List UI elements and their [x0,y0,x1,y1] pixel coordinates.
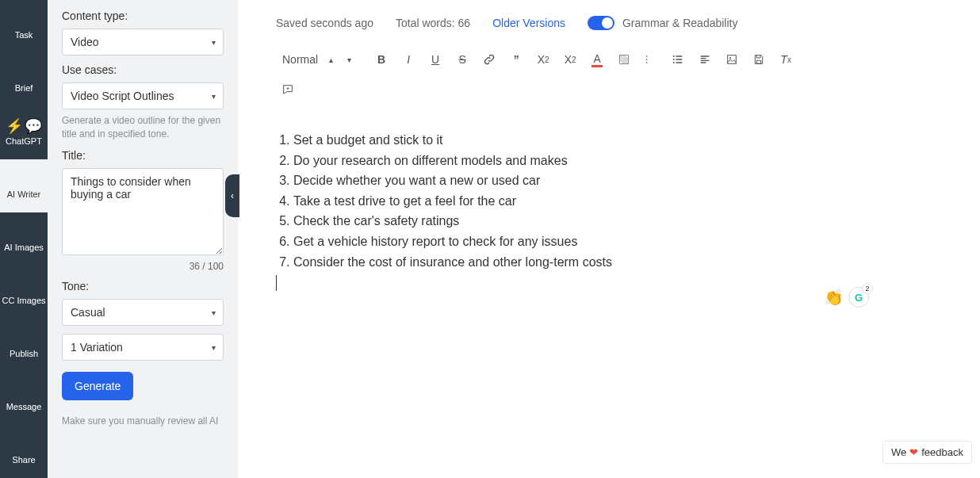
nav-ai-writer[interactable]: AI Writer [0,159,48,212]
title-label: Title: [62,149,224,162]
superscript-button[interactable]: X2 [558,48,582,71]
content-type-select[interactable]: Video [62,29,224,55]
nav-publish[interactable]: Publish [0,319,48,372]
collapse-panel-button[interactable]: ‹ [225,174,239,217]
nav-message[interactable]: Message [0,372,48,425]
underline-button[interactable]: U [423,48,447,71]
svg-point-9 [729,57,731,59]
saved-status: Saved seconds ago [276,17,373,29]
svg-point-7 [673,62,675,63]
nav-label: Task [15,30,33,40]
editor-content[interactable]: Set a budget and stick to it Do your res… [271,130,956,291]
svg-point-6 [673,59,675,60]
title-counter: 36 / 100 [62,261,224,272]
list-item: Do your research on different models and… [293,151,837,171]
italic-button[interactable]: I [396,48,420,71]
nav-task[interactable]: Task [0,0,48,53]
format-select-down[interactable]: ▾ [343,48,355,71]
text-cursor [276,275,277,291]
heart-icon: ❤ [909,446,918,458]
nav-chatgpt[interactable]: ⚡💬 ChatGPT [0,106,48,159]
save-button[interactable] [747,48,771,71]
format-select[interactable]: Normal▴ [276,48,339,71]
list-item: Check the car's safety ratings [293,211,837,231]
review-note: Make sure you manually review all AI [62,415,224,428]
word-count: Total words: 66 [396,17,470,29]
strike-button[interactable]: S [450,48,474,71]
list-item: Set a budget and stick to it [293,130,837,151]
comment-button[interactable] [276,78,300,101]
list-item: Get a vehicle history report to check fo… [293,231,837,252]
title-textarea[interactable]: Things to consider when buying a car [62,168,224,255]
nav-rail: Task Brief ⚡💬 ChatGPT AI Writer AI Image… [0,0,48,478]
nav-label: AI Writer [7,189,41,199]
bold-button[interactable]: B [369,48,393,71]
use-cases-select[interactable]: Video Script Outlines [62,82,224,109]
svg-point-5 [673,55,675,57]
nav-cc-images[interactable]: cc CC Images [0,266,48,319]
editor-area: ‹ Saved seconds ago Total words: 66 Olde… [238,0,980,478]
clear-format-button[interactable]: Tx [774,48,798,71]
floating-widgets: 👏 G 2 [824,287,869,308]
image-button[interactable] [720,48,744,71]
nav-label: Share [12,455,35,465]
nav-brief[interactable]: Brief [0,53,48,106]
editor-toolbar: Normal▴ ▾ B I U S ” X2 X2 A Tx [271,48,956,101]
generate-button[interactable]: Generate [62,372,133,400]
list-item: Decide whether you want a new or used ca… [293,170,837,191]
content-list: Set a budget and stick to it Do your res… [276,130,837,272]
nav-label: Publish [10,349,38,358]
nav-share[interactable]: Share [0,425,48,478]
older-versions-link[interactable]: Older Versions [492,17,565,29]
list-item: Take a test drive to get a feel for the … [293,191,837,212]
grammar-label: Grammar & Readability [622,17,738,29]
tone-label: Tone: [62,280,224,293]
feedback-button[interactable]: We ❤ feedback [882,441,972,464]
ordered-list-button[interactable] [639,48,663,71]
clap-icon[interactable]: 👏 [824,288,844,307]
list-item: Consider the cost of insurance and other… [293,252,837,273]
nav-label: ChatGPT [6,136,42,146]
nav-label: CC Images [2,296,45,305]
subscript-button[interactable]: X2 [531,48,555,71]
align-button[interactable] [693,48,717,71]
nav-ai-images[interactable]: AI Images [0,212,48,266]
unordered-list-button[interactable] [666,48,690,71]
use-cases-hint: Generate a video outline for the given t… [62,114,224,141]
chatgpt-icon: ⚡💬 [6,119,42,133]
link-button[interactable] [477,48,501,71]
content-type-label: Content type: [62,10,224,22]
svg-rect-8 [728,55,737,64]
highlight-button[interactable] [612,48,636,71]
settings-panel: Content type: Video Use cases: Video Scr… [48,0,238,478]
editor-topbar: Saved seconds ago Total words: 66 Older … [271,16,956,30]
grammar-toggle-wrap: Grammar & Readability [588,16,738,30]
quote-button[interactable]: ” [504,48,528,71]
grammarly-widget[interactable]: G 2 [848,287,869,308]
nav-label: Brief [15,83,33,93]
nav-label: Message [6,402,42,411]
variations-select[interactable]: 1 Variation [62,334,224,361]
nav-label: AI Images [4,243,44,252]
font-color-button[interactable]: A [585,48,609,71]
grammar-toggle[interactable] [588,16,614,30]
use-cases-label: Use cases: [62,63,224,76]
grammarly-badge: 2 [862,283,873,294]
tone-select[interactable]: Casual [62,299,224,326]
